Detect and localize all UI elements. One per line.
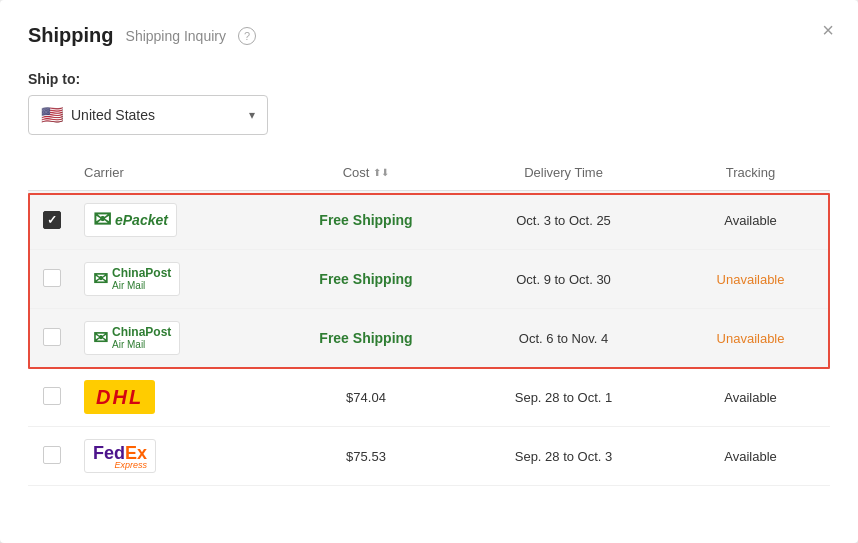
cost-cell: Free Shipping bbox=[276, 250, 456, 309]
tracking-cell: Unavailable bbox=[671, 309, 830, 368]
cost-cell: Free Shipping bbox=[276, 191, 456, 250]
cost-cell: $75.53 bbox=[276, 427, 456, 486]
delivery-cell: Oct. 9 to Oct. 30 bbox=[456, 250, 671, 309]
table-row: ✉ ChinaPost Air Mail Free ShippingOct. 6… bbox=[28, 309, 830, 368]
row-checkbox[interactable] bbox=[43, 328, 61, 346]
epacket-icon: ✉ bbox=[93, 207, 111, 233]
delivery-cell: Oct. 3 to Oct. 25 bbox=[456, 191, 671, 250]
row-checkbox[interactable] bbox=[43, 446, 61, 464]
shipping-table-wrapper: Carrier Cost ⬆⬇ Delivery Time Tracking bbox=[28, 155, 830, 486]
free-shipping-label: Free Shipping bbox=[319, 212, 412, 228]
carriers-table: Carrier Cost ⬆⬇ Delivery Time Tracking bbox=[28, 155, 830, 486]
row-checkbox[interactable] bbox=[43, 387, 61, 405]
cost-cell: $74.04 bbox=[276, 368, 456, 427]
dhl-logo: DHL bbox=[96, 386, 143, 409]
table-body: ✉ ePacket Free ShippingOct. 3 to Oct. 25… bbox=[28, 191, 830, 486]
row-checkbox[interactable] bbox=[43, 269, 61, 287]
tracking-available: Available bbox=[724, 390, 777, 405]
free-shipping-label: Free Shipping bbox=[319, 330, 412, 346]
sort-icon: ⬆⬇ bbox=[373, 167, 389, 178]
chinapost-icon: ✉ bbox=[93, 327, 108, 349]
tracking-cell: Available bbox=[671, 368, 830, 427]
tracking-cell: Unavailable bbox=[671, 250, 830, 309]
shipping-modal: Shipping Shipping Inquiry ? × Ship to: 🇺… bbox=[0, 0, 858, 543]
cost-cell: Free Shipping bbox=[276, 309, 456, 368]
country-name: United States bbox=[71, 107, 241, 123]
tracking-available: Available bbox=[724, 449, 777, 464]
delivery-cell: Sep. 28 to Oct. 1 bbox=[456, 368, 671, 427]
col-carrier: Carrier bbox=[76, 155, 276, 191]
shipping-inquiry-link[interactable]: Shipping Inquiry bbox=[126, 28, 226, 44]
col-checkbox bbox=[28, 155, 76, 191]
ship-to-label: Ship to: bbox=[28, 71, 830, 87]
modal-title: Shipping bbox=[28, 24, 114, 47]
help-icon[interactable]: ? bbox=[238, 27, 256, 45]
chevron-down-icon: ▾ bbox=[249, 108, 255, 122]
us-flag-icon: 🇺🇸 bbox=[41, 104, 63, 126]
table-row: FedEx Express $75.53Sep. 28 to Oct. 3Ava… bbox=[28, 427, 830, 486]
modal-header: Shipping Shipping Inquiry ? bbox=[28, 24, 830, 47]
tracking-available: Available bbox=[724, 213, 777, 228]
col-cost[interactable]: Cost ⬆⬇ bbox=[276, 155, 456, 191]
free-shipping-label: Free Shipping bbox=[319, 271, 412, 287]
table-row: ✉ ChinaPost Air Mail Free ShippingOct. 9… bbox=[28, 250, 830, 309]
chinapost-logo: ChinaPost Air Mail bbox=[112, 325, 171, 351]
row-checkbox[interactable] bbox=[43, 211, 61, 229]
delivery-cell: Oct. 6 to Nov. 4 bbox=[456, 309, 671, 368]
tracking-unavailable: Unavailable bbox=[717, 331, 785, 346]
chinapost-icon: ✉ bbox=[93, 268, 108, 290]
col-delivery: Delivery Time bbox=[456, 155, 671, 191]
col-tracking: Tracking bbox=[671, 155, 830, 191]
close-button[interactable]: × bbox=[822, 20, 834, 40]
table-header: Carrier Cost ⬆⬇ Delivery Time Tracking bbox=[28, 155, 830, 191]
tracking-unavailable: Unavailable bbox=[717, 272, 785, 287]
tracking-cell: Available bbox=[671, 191, 830, 250]
tracking-cell: Available bbox=[671, 427, 830, 486]
table-row: DHL$74.04Sep. 28 to Oct. 1Available bbox=[28, 368, 830, 427]
country-select[interactable]: 🇺🇸 United States ▾ bbox=[28, 95, 268, 135]
chinapost-logo: ChinaPost Air Mail bbox=[112, 266, 171, 292]
table-row: ✉ ePacket Free ShippingOct. 3 to Oct. 25… bbox=[28, 191, 830, 250]
delivery-cell: Sep. 28 to Oct. 3 bbox=[456, 427, 671, 486]
fedex-sub: Express bbox=[93, 460, 147, 470]
epacket-logo: ePacket bbox=[115, 212, 168, 228]
